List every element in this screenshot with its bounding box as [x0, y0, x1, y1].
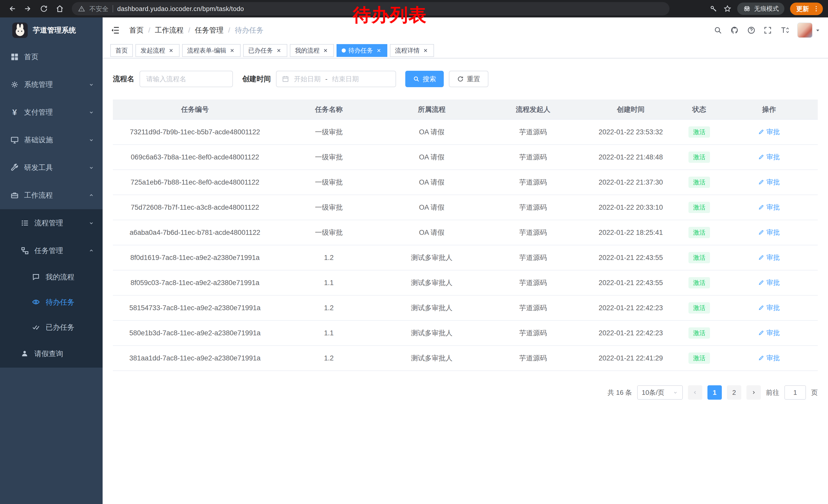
update-label: 更新: [796, 5, 809, 13]
password-key-icon[interactable]: [709, 5, 718, 13]
process-cell: OA 请假: [381, 120, 483, 145]
approve-link[interactable]: 审批: [758, 203, 780, 212]
breadcrumb-task-mgmt[interactable]: 任务管理: [195, 26, 224, 35]
date-range-picker[interactable]: 开始日期 - 结束日期: [276, 71, 396, 87]
action-cell: 审批: [720, 170, 818, 195]
table-row: 75d72608-7b7f-11ec-a3c8-acde48001122 一级审…: [113, 195, 818, 220]
page-size-select[interactable]: 10条/页: [637, 385, 683, 400]
goto-page-input[interactable]: [784, 385, 806, 400]
browser-home-icon[interactable]: [53, 2, 67, 16]
user-avatar[interactable]: [797, 22, 820, 38]
process-cell: OA 请假: [381, 145, 483, 170]
table-row: 725a1eb6-7b88-11ec-8ef0-acde48001122 一级审…: [113, 170, 818, 195]
sidebar-item-infra[interactable]: 基础设施: [0, 126, 102, 154]
task-table: 任务编号 任务名称 所属流程 流程发起人 创建时间 状态 操作 73211d9d…: [113, 99, 818, 371]
status-badge: 激活: [689, 353, 710, 364]
tab-start-process[interactable]: 发起流程: [135, 44, 179, 57]
approve-link[interactable]: 审批: [758, 127, 780, 136]
end-date-placeholder: 结束日期: [332, 75, 359, 84]
top-navbar: 首页 / 工作流程 / 任务管理 / 待办任务: [102, 17, 828, 43]
sidebar-item-task-mgmt[interactable]: 任务管理: [0, 237, 102, 265]
chevron-down-icon: [88, 165, 94, 171]
approve-link[interactable]: 审批: [758, 152, 780, 162]
sidebar-item-leave-query[interactable]: 请假查询: [0, 340, 102, 368]
font-size-icon[interactable]: [780, 26, 790, 35]
task-id-cell: 580e1b3d-7ac8-11ec-a9e2-a2380e71991a: [113, 320, 277, 346]
browser-reload-icon[interactable]: [37, 2, 51, 16]
sidebar-item-devtools[interactable]: 研发工具: [0, 154, 102, 182]
tab-form-edit[interactable]: 流程表单-编辑: [182, 44, 241, 57]
tab-home[interactable]: 首页: [110, 44, 133, 57]
incognito-badge: 无痕模式: [737, 3, 784, 15]
logo-avatar: [12, 22, 28, 38]
next-page-button[interactable]: [746, 385, 761, 400]
logo[interactable]: 芋道管理系统: [0, 17, 102, 43]
page-1-button[interactable]: 1: [707, 385, 722, 400]
close-icon[interactable]: [276, 47, 282, 54]
search-icon[interactable]: [714, 26, 722, 35]
search-button[interactable]: 搜索: [405, 71, 444, 87]
close-icon[interactable]: [168, 47, 174, 54]
approve-link[interactable]: 审批: [758, 278, 780, 287]
breadcrumb-workflow[interactable]: 工作流程: [155, 26, 184, 35]
close-icon[interactable]: [422, 47, 429, 54]
bookmark-star-icon[interactable]: [723, 5, 732, 13]
tab-todo-task[interactable]: 待办任务: [336, 44, 387, 57]
process-name-input[interactable]: [139, 71, 233, 87]
approve-link[interactable]: 审批: [758, 328, 780, 337]
browser-forward-icon[interactable]: [21, 2, 35, 16]
close-icon[interactable]: [376, 47, 382, 54]
page-2-button[interactable]: 2: [727, 385, 741, 400]
sidebar-item-my-process[interactable]: 我的流程: [0, 265, 102, 290]
process-cell: 测试多审批人: [381, 245, 483, 270]
sidebar-item-workflow[interactable]: 工作流程: [0, 182, 102, 209]
github-icon[interactable]: [730, 26, 739, 35]
process-cell: 测试多审批人: [381, 270, 483, 295]
task-id-cell: a6aba0a4-7b6d-11ec-b781-acde48001122: [113, 220, 277, 245]
fullscreen-icon[interactable]: [763, 26, 772, 35]
sidebar-item-payment[interactable]: ¥ 支付管理: [0, 98, 102, 126]
initiator-cell: 芋道源码: [483, 245, 583, 270]
approve-link[interactable]: 审批: [758, 303, 780, 312]
sidebar-item-system[interactable]: 系统管理: [0, 71, 102, 98]
task-name-cell: 一级审批: [277, 220, 381, 245]
approve-link-label: 审批: [767, 303, 780, 312]
sidebar-item-todo-task[interactable]: 待办任务: [0, 290, 102, 315]
incognito-label: 无痕模式: [754, 5, 779, 13]
create-time-cell: 2022-01-21 22:43:55: [583, 270, 678, 295]
sidebar-item-home[interactable]: 首页: [0, 43, 102, 71]
reset-button[interactable]: 重置: [449, 71, 488, 87]
approve-link[interactable]: 审批: [758, 228, 780, 237]
create-time-cell: 2022-01-22 21:37:30: [583, 170, 678, 195]
tab-done-task[interactable]: 已办任务: [243, 44, 287, 57]
close-icon[interactable]: [229, 47, 236, 54]
url-text: dashboard.yudao.iocoder.cn/bpm/task/todo: [117, 5, 244, 12]
menu-dots-icon[interactable]: [813, 5, 820, 12]
sidebar-item-done-task[interactable]: 已办任务: [0, 315, 102, 340]
approve-link[interactable]: 审批: [758, 178, 780, 187]
approve-link-label: 审批: [767, 203, 780, 212]
create-time-cell: 2022-01-22 18:25:41: [583, 220, 678, 245]
close-icon[interactable]: [322, 47, 329, 54]
chevron-down-icon: [88, 109, 94, 116]
sidebar-collapse-icon[interactable]: [110, 26, 120, 35]
edit-pencil-icon: [758, 204, 764, 210]
help-icon[interactable]: [747, 26, 756, 35]
tab-process-detail[interactable]: 流程详情: [390, 44, 434, 57]
process-cell: 测试多审批人: [381, 295, 483, 320]
breadcrumb-home[interactable]: 首页: [129, 26, 143, 35]
calendar-icon: [282, 75, 289, 83]
sidebar-item-process-mgmt[interactable]: 流程管理: [0, 209, 102, 237]
main-area: 首页 / 工作流程 / 任务管理 / 待办任务: [102, 17, 828, 504]
approve-link[interactable]: 审批: [758, 354, 780, 363]
browser-back-icon[interactable]: [5, 2, 19, 16]
action-cell: 审批: [720, 295, 818, 320]
search-icon: [413, 76, 420, 82]
annotation-todo-list: 待办列表: [353, 3, 427, 27]
total-count: 共 16 条: [608, 388, 632, 397]
approve-link[interactable]: 审批: [758, 253, 780, 262]
tab-my-process[interactable]: 我的流程: [290, 44, 334, 57]
tab-label: 流程详情: [395, 46, 420, 55]
update-button[interactable]: 更新: [790, 3, 823, 15]
prev-page-button[interactable]: [688, 385, 702, 400]
